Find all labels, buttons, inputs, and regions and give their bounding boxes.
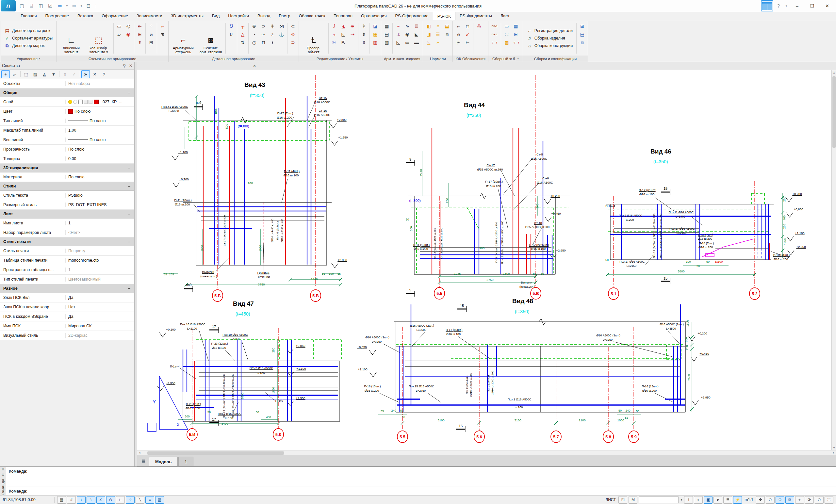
- rect-contour-icon[interactable]: ▭: [115, 22, 123, 30]
- move-down-icon[interactable]: ⤷: [330, 31, 338, 38]
- c-bar-icon[interactable]: ⊃: [260, 22, 267, 30]
- help-dropdown-icon[interactable]: ▾: [784, 1, 789, 11]
- scroll-right-icon[interactable]: ►: [832, 451, 836, 454]
- polar-tracking-toggle[interactable]: ⊙: [106, 496, 115, 504]
- poly-contour-icon[interactable]: ▱: [115, 31, 123, 38]
- object-snap-toggle[interactable]: ⊹: [126, 496, 135, 504]
- fullscreen-icon[interactable]: ⛶: [824, 496, 833, 504]
- no-bar-icon[interactable]: ⊘: [289, 31, 297, 38]
- cursor-menu-icon[interactable]: ➤: [714, 496, 722, 504]
- add-to-selection-button[interactable]: +: [1, 70, 10, 78]
- property-row[interactable]: Толщина0.00: [0, 154, 134, 163]
- assembly-add-icon[interactable]: ⊞: [578, 22, 586, 30]
- deselect-button[interactable]: ✕: [91, 70, 99, 78]
- u-bar-icon[interactable]: ∪: [227, 31, 235, 38]
- property-row[interactable]: Пространство таблицы с...1: [0, 265, 134, 275]
- embed-round-icon[interactable]: ◉: [403, 31, 411, 38]
- print-icon[interactable]: ⊟: [84, 2, 93, 10]
- stretch-icon[interactable]: ⇹: [348, 22, 356, 30]
- anchor-t-icon[interactable]: Ʊ: [227, 22, 235, 30]
- ribbon-tab-Вывод[interactable]: Вывод: [253, 12, 274, 20]
- grid-toggle[interactable]: ▦: [57, 496, 66, 504]
- panel-close-icon[interactable]: ✕: [129, 63, 132, 68]
- section-header-Лист[interactable]: Лист–: [0, 210, 134, 218]
- property-row[interactable]: Размерный стильPS_DOT_EXTLINES: [0, 200, 134, 210]
- lock-icon[interactable]: ⚿: [619, 496, 627, 504]
- scroll-up-icon[interactable]: ▲: [833, 70, 835, 75]
- round-hole-icon[interactable]: ◉: [125, 31, 132, 38]
- spec-table-icon[interactable]: ⊞: [512, 31, 520, 38]
- level-move-icon[interactable]: ⇳: [360, 39, 368, 46]
- collapse-icon[interactable]: –: [128, 184, 130, 189]
- bent-bar-icon[interactable]: ⋜: [159, 31, 167, 38]
- property-row[interactable]: Имя ПСКМировая СК: [0, 322, 134, 331]
- scroll-down-icon[interactable]: ▼: [833, 446, 835, 450]
- table-util-icon[interactable]: ▦: [372, 31, 379, 38]
- quick-select-icon[interactable]: ⟟: [684, 496, 693, 504]
- ribbon-tab-Построение[interactable]: Построение: [41, 12, 73, 20]
- section-header-Стили[interactable]: Стили–: [0, 182, 134, 191]
- property-row[interactable]: МатериалПо слою: [0, 172, 134, 182]
- mesh-icon[interactable]: ▦: [383, 22, 391, 30]
- ribbon-tab-Вид[interactable]: Вид: [208, 12, 224, 20]
- properties-list-icon[interactable]: ≣: [723, 496, 732, 504]
- wedge-icon[interactable]: ◺: [394, 39, 402, 46]
- snap-toggle[interactable]: #: [67, 496, 76, 504]
- hook-icon[interactable]: ⌐: [159, 22, 167, 30]
- ribbon-tab-Оформление[interactable]: Оформление: [97, 12, 132, 20]
- ribbon-tab-Зависимости[interactable]: Зависимости: [132, 12, 167, 20]
- renumber-icon[interactable]: 0→1: [490, 39, 499, 46]
- property-row[interactable]: ЦветПо слою: [0, 107, 134, 116]
- normal-box-icon[interactable]: ⧈: [443, 31, 451, 38]
- plus-section-icon[interactable]: ⊕: [250, 22, 258, 30]
- convert-object-button[interactable]: ⱢПреобр. объект: [301, 22, 327, 55]
- layer-bulb-icon[interactable]: ◐: [694, 496, 703, 504]
- save-icon[interactable]: ◫: [37, 2, 45, 10]
- normal-right-icon[interactable]: ◨: [425, 31, 433, 38]
- level-up-icon[interactable]: ⇞: [360, 22, 368, 30]
- open-file-icon[interactable]: ⌸: [27, 2, 36, 10]
- workspace-switch-icon[interactable]: [761, 0, 773, 12]
- section-header-Разное[interactable]: Разное–: [0, 284, 134, 293]
- property-row[interactable]: Визуальный стиль2D-каркас: [0, 331, 134, 341]
- hook-left-icon[interactable]: ⊂: [289, 22, 297, 30]
- minimize-button[interactable]: –: [790, 1, 804, 11]
- group-dropdown-icon[interactable]: ▾: [39, 57, 40, 60]
- cursor-mode-button[interactable]: ➤: [81, 70, 90, 78]
- structure-assembly-button[interactable]: ⌂Сборка конструкции: [525, 42, 575, 49]
- horizontal-scrollbar[interactable]: ◄ ►: [137, 450, 836, 455]
- command-close-icon[interactable]: ✕: [1, 467, 4, 472]
- mask-icon[interactable]: ◪: [372, 22, 379, 30]
- scale-dropdown-icon[interactable]: ▼: [680, 498, 683, 501]
- scroll-left-icon[interactable]: ◄: [137, 451, 142, 454]
- raise-zone-icon[interactable]: ⇞: [136, 39, 144, 46]
- collapse-icon[interactable]: –: [128, 212, 130, 216]
- beam-icon[interactable]: Ɪ: [394, 31, 402, 38]
- select-button[interactable]: ▻: [11, 70, 19, 78]
- zoom-window-icon[interactable]: ⧉: [785, 496, 794, 504]
- hscroll-thumb[interactable]: [147, 451, 284, 455]
- arc-bar-icon[interactable]: ◔: [250, 31, 258, 38]
- ribbon-tab-PS-Фундаменты[interactable]: PS-Фундаменты: [455, 12, 496, 20]
- ribbon-tab-Лист[interactable]: Лист: [496, 12, 514, 20]
- scale-select[interactable]: [639, 497, 679, 503]
- section-header-Стиль печати[interactable]: Стиль печати–: [0, 237, 134, 246]
- ribbon-tab-Топоплан[interactable]: Топоплан: [330, 12, 357, 20]
- marks-manager-button[interactable]: ⧉Диспетчер марок: [2, 42, 55, 49]
- redo-dropdown-icon[interactable]: ▾: [79, 2, 83, 10]
- crossing-bars-icon[interactable]: ⋕: [268, 22, 277, 30]
- object-tracking-toggle[interactable]: ╲: [136, 496, 145, 504]
- linear-element-button[interactable]: ∟Линейный элемент: [58, 22, 84, 55]
- slope-icon[interactable]: ◺: [339, 31, 347, 38]
- mesh-zone-icon[interactable]: ⊞: [136, 31, 144, 38]
- transparency-toggle[interactable]: ▨: [155, 496, 164, 504]
- ribbon-tab-PS-Оформление[interactable]: PS-Оформление: [391, 12, 433, 20]
- erase-util-icon[interactable]: ▥: [372, 39, 379, 46]
- model-space-icon[interactable]: M: [629, 496, 638, 504]
- diagonal-zone-icon[interactable]: ⧄: [147, 31, 155, 38]
- property-row[interactable]: Вес линийПо слою: [0, 135, 134, 145]
- section-header-3D-визуализация[interactable]: 3D-визуализация–: [0, 163, 134, 172]
- rebar-section-button[interactable]: ◙Сечение арм. стержня: [198, 22, 224, 55]
- collapse-icon[interactable]: –: [128, 286, 130, 291]
- corner-icon[interactable]: ⇱: [339, 39, 347, 46]
